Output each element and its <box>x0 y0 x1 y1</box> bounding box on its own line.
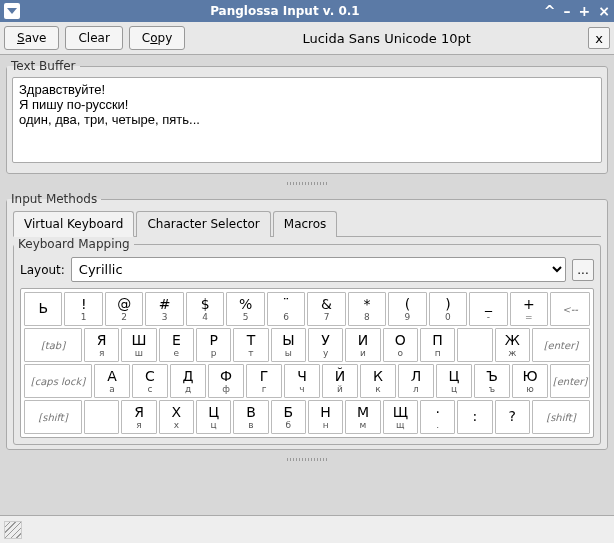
clear-button[interactable]: Clear <box>65 26 122 50</box>
key-К[interactable]: Кк <box>360 364 396 398</box>
key-Л[interactable]: Лл <box>398 364 434 398</box>
key-В[interactable]: Вв <box>233 400 268 434</box>
key-caps-lock[interactable]: [caps lock] <box>24 364 92 398</box>
key-Б[interactable]: Бб <box>271 400 306 434</box>
key-shift[interactable]: [shift] <box>532 400 590 434</box>
key-·[interactable]: ·. <box>420 400 455 434</box>
key-([interactable]: (9 <box>388 292 426 326</box>
tab-macros[interactable]: Macros <box>273 211 338 237</box>
key-Я[interactable]: Яя <box>84 328 119 362</box>
key-Я[interactable]: Яя <box>121 400 156 434</box>
close-window-icon[interactable]: × <box>598 3 610 19</box>
key-У[interactable]: Уу <box>308 328 343 362</box>
tab-virtual-keyboard[interactable]: Virtual Keyboard <box>13 211 134 237</box>
key-П[interactable]: Пп <box>420 328 455 362</box>
key-¨[interactable]: ¨6 <box>267 292 305 326</box>
maximize-icon[interactable]: + <box>579 3 591 19</box>
resize-grip-icon[interactable] <box>4 521 22 539</box>
text-buffer-textarea[interactable] <box>12 77 602 163</box>
save-button[interactable]: Save <box>4 26 59 50</box>
keyboard-mapping-legend: Keyboard Mapping <box>14 237 134 251</box>
text-buffer-group: Text Buffer <box>6 59 608 174</box>
key-Х[interactable]: Хх <box>159 400 194 434</box>
splitter-grip[interactable] <box>0 178 614 188</box>
key-Ъ[interactable]: Ъъ <box>474 364 510 398</box>
input-methods-legend: Input Methods <box>7 192 101 206</box>
key-Т[interactable]: Тт <box>233 328 268 362</box>
key-Ь[interactable]: Ь <box>24 292 62 326</box>
tab-character-selector[interactable]: Character Selector <box>136 211 270 237</box>
close-toolbar-button[interactable]: x <box>588 27 610 49</box>
keyboard-mapping-group: Keyboard Mapping Layout: Cyrillic ... Ь!… <box>13 237 601 445</box>
key-Ж[interactable]: Жж <box>495 328 530 362</box>
key-tab[interactable]: [tab] <box>24 328 82 362</box>
key-blank[interactable] <box>457 328 492 362</box>
virtual-keyboard: Ь!1@2#3$4%5¨6&7*8(9)0_-+=<--[tab]ЯяШшЕеР… <box>20 288 594 438</box>
key-Е[interactable]: Ее <box>159 328 194 362</box>
key-*[interactable]: *8 <box>348 292 386 326</box>
key-enter[interactable]: [enter] <box>532 328 590 362</box>
key-?[interactable]: ? <box>495 400 530 434</box>
key-И[interactable]: Ии <box>345 328 380 362</box>
key-%[interactable]: %5 <box>226 292 264 326</box>
layout-label: Layout: <box>20 263 65 277</box>
key-_[interactable]: _- <box>469 292 507 326</box>
key-Н[interactable]: Нн <box>308 400 343 434</box>
key-&[interactable]: &7 <box>307 292 345 326</box>
titlebar: Panglossa Input v. 0.1 ^ – + × <box>0 0 614 22</box>
status-bar <box>0 515 614 543</box>
key-blank[interactable] <box>84 400 119 434</box>
layout-more-button[interactable]: ... <box>572 259 594 281</box>
minimize-icon[interactable]: – <box>564 3 571 19</box>
key-Щ[interactable]: Щщ <box>383 400 418 434</box>
key-Ц[interactable]: Цц <box>196 400 231 434</box>
text-buffer-legend: Text Buffer <box>7 59 80 73</box>
key-enter[interactable]: [enter] <box>550 364 590 398</box>
key-Ц[interactable]: Цц <box>436 364 472 398</box>
toolbar: Save Clear Copy Lucida Sans Unicode 10pt… <box>0 22 614 55</box>
key-Г[interactable]: Гг <box>246 364 282 398</box>
roll-up-icon[interactable]: ^ <box>544 3 556 19</box>
key-М[interactable]: Мм <box>345 400 380 434</box>
font-label: Lucida Sans Unicode 10pt <box>191 31 582 46</box>
input-methods-group: Input Methods Virtual KeyboardCharacter … <box>6 192 608 450</box>
key-С[interactable]: Сс <box>132 364 168 398</box>
key-Й[interactable]: Йй <box>322 364 358 398</box>
key-$[interactable]: $4 <box>186 292 224 326</box>
layout-select[interactable]: Cyrillic <box>71 257 566 282</box>
window-title: Panglossa Input v. 0.1 <box>26 4 544 18</box>
key-:[interactable]: : <box>457 400 492 434</box>
key-![interactable]: !1 <box>64 292 102 326</box>
key-Ф[interactable]: Фф <box>208 364 244 398</box>
key-Ш[interactable]: Шш <box>121 328 156 362</box>
key-[interactable]: <-- <box>550 292 590 326</box>
tabs-bar: Virtual KeyboardCharacter SelectorMacros <box>13 210 601 237</box>
key-Ч[interactable]: Чч <box>284 364 320 398</box>
key-А[interactable]: Аа <box>94 364 130 398</box>
key-#[interactable]: #3 <box>145 292 183 326</box>
key-+[interactable]: += <box>510 292 548 326</box>
key-Р[interactable]: Рр <box>196 328 231 362</box>
splitter-grip-lower[interactable] <box>0 454 614 464</box>
key-shift[interactable]: [shift] <box>24 400 82 434</box>
key-)[interactable]: )0 <box>429 292 467 326</box>
key-@[interactable]: @2 <box>105 292 143 326</box>
key-О[interactable]: Оо <box>383 328 418 362</box>
key-Д[interactable]: Дд <box>170 364 206 398</box>
key-Ы[interactable]: Ыы <box>271 328 306 362</box>
key-Ю[interactable]: Юю <box>512 364 548 398</box>
window-menu-icon[interactable] <box>4 3 20 19</box>
copy-button[interactable]: Copy <box>129 26 185 50</box>
